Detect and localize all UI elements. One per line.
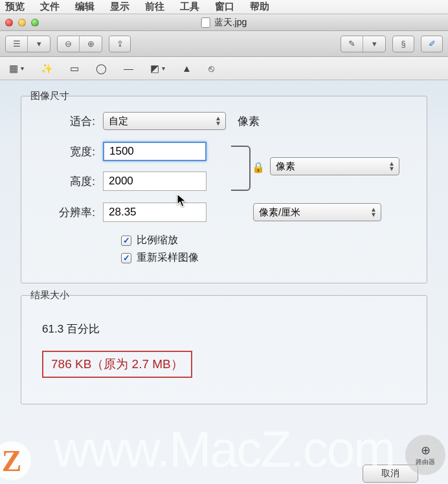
view-list-button[interactable]: ☰ (6, 36, 28, 52)
fit-value: 自定 (109, 115, 128, 127)
result-legend: 结果大小 (28, 289, 72, 302)
shapes-tool[interactable]: ◩▾ (150, 63, 165, 74)
select-arrows-icon: ▲▼ (370, 207, 377, 217)
wand-icon: ✨ (41, 63, 53, 74)
share-icon: ⇪ (117, 39, 124, 49)
selection-tool[interactable]: ▦▾ (9, 63, 24, 74)
toolstrip: ▦▾ ✨ ▭ ◯ ― ◩▾ ▲ ⎋ (0, 57, 448, 80)
resolution-input[interactable] (103, 203, 207, 222)
menu-item[interactable]: 前往 (145, 1, 164, 13)
zoom-out-button[interactable]: ⊖ (58, 36, 80, 52)
menu-item[interactable]: 显示 (110, 1, 129, 13)
checkmark-icon: ✓ (123, 236, 130, 245)
rectangle-icon: ▭ (70, 63, 79, 74)
ellipse-tool[interactable]: ◯ (96, 63, 107, 74)
menu-item[interactable]: 工具 (180, 1, 199, 13)
dimension-unit-value: 像素 (276, 160, 295, 173)
highlighter-menu-button[interactable]: ▾ (363, 36, 385, 52)
ellipse-icon: ◯ (96, 63, 107, 74)
menubar: 预览 文件 编辑 显示 前往 工具 窗口 帮助 (0, 0, 448, 14)
width-label: 宽度: (37, 144, 95, 159)
window-title: 蓝天.jpg (201, 17, 247, 28)
edit-icon: ✐ (429, 39, 436, 49)
link-bracket-icon (231, 146, 251, 191)
checkmark-icon: ✓ (123, 253, 130, 263)
close-button[interactable] (5, 19, 13, 27)
markup-group: ✎ ▾ (341, 36, 386, 52)
selection-icon: ▦ (9, 63, 18, 74)
select-arrows-icon: ▲▼ (215, 116, 221, 126)
highlighter-icon: ✎ (348, 39, 355, 49)
view-cover-button[interactable]: ▾ (28, 36, 50, 52)
shapes-icon: ◩ (150, 63, 159, 74)
dialog-content: 图像尺寸 适合: 自定 ▲▼ 像素 宽度: 高度: 🔒 像素 ▲▼ (0, 80, 448, 423)
resolution-label: 分辨率: (37, 205, 95, 220)
chevron-down-icon: ▾ (372, 39, 377, 49)
resolution-unit-value: 像素/厘米 (259, 206, 300, 219)
mask-tool[interactable]: ▲ (182, 63, 192, 74)
zoom-group: ⊖ ⊕ (57, 36, 102, 52)
menu-item[interactable]: 帮助 (250, 1, 269, 13)
edit-button[interactable]: ✐ (421, 36, 443, 52)
chevron-down-icon: ▾ (162, 65, 165, 72)
scale-proportional-checkbox[interactable]: ✓ (121, 236, 131, 246)
window-title-text: 蓝天.jpg (214, 17, 247, 28)
magic-wand-tool[interactable]: ✨ (41, 63, 53, 74)
toolbar: ☰ ▾ ⊖ ⊕ ⇪ ✎ ▾ § ✐ (0, 31, 448, 57)
chevron-down-icon: ▾ (21, 65, 24, 72)
resolution-unit-select[interactable]: 像素/厘米 ▲▼ (253, 203, 381, 221)
zoom-button[interactable] (31, 19, 39, 27)
menu-item[interactable]: 窗口 (215, 1, 234, 13)
result-percent: 61.3 百分比 (42, 322, 411, 336)
watermark-logo: Z (0, 441, 31, 480)
fit-unit-text: 像素 (238, 114, 260, 129)
traffic-lights (5, 19, 39, 27)
image-size-legend: 图像尺寸 (28, 90, 72, 102)
lock-icon[interactable]: 🔒 (252, 161, 265, 173)
adjust-icon: ⎋ (208, 63, 214, 74)
chevron-down-icon: ▾ (37, 39, 41, 49)
result-size: 786 KB（原为 2.7 MB） (42, 351, 192, 378)
list-icon: ☰ (13, 39, 21, 49)
resample-checkbox[interactable]: ✓ (121, 253, 131, 263)
fit-label: 适合: (37, 114, 95, 129)
share-button[interactable]: ⇪ (109, 36, 131, 52)
sign-icon: § (401, 39, 405, 49)
rectangle-tool[interactable]: ▭ (70, 63, 79, 74)
height-label: 高度: (37, 174, 95, 189)
adjust-tool[interactable]: ⎋ (208, 63, 214, 74)
width-input[interactable] (103, 142, 207, 161)
scale-proportional-label: 比例缩放 (137, 234, 178, 247)
highlighter-button[interactable]: ✎ (341, 36, 363, 52)
view-mode-group: ☰ ▾ (5, 36, 50, 52)
line-tool[interactable]: ― (124, 63, 133, 74)
image-size-group: 图像尺寸 适合: 自定 ▲▼ 像素 宽度: 高度: 🔒 像素 ▲▼ (21, 96, 427, 283)
fit-select[interactable]: 自定 ▲▼ (103, 112, 226, 130)
zoom-out-icon: ⊖ (65, 39, 72, 49)
menu-item[interactable]: 编辑 (75, 1, 95, 13)
document-icon (201, 17, 210, 28)
watermark-right-badge: ⊕ 路由器 (405, 435, 445, 475)
dimension-unit-select[interactable]: 像素 ▲▼ (270, 157, 399, 175)
mask-icon: ▲ (182, 63, 192, 74)
height-input[interactable] (103, 171, 207, 191)
menu-item[interactable]: 预览 (5, 1, 25, 13)
zoom-in-button[interactable]: ⊕ (80, 36, 102, 52)
line-icon: ― (124, 63, 133, 74)
resample-label: 重新采样图像 (137, 251, 199, 265)
minimize-button[interactable] (18, 19, 26, 27)
menu-item[interactable]: 文件 (40, 1, 60, 13)
sign-button[interactable]: § (392, 36, 414, 52)
select-arrows-icon: ▲▼ (388, 161, 395, 171)
result-size-group: 结果大小 61.3 百分比 786 KB（原为 2.7 MB） (21, 295, 427, 404)
window-titlebar: 蓝天.jpg (0, 14, 448, 31)
zoom-in-icon: ⊕ (87, 39, 95, 49)
